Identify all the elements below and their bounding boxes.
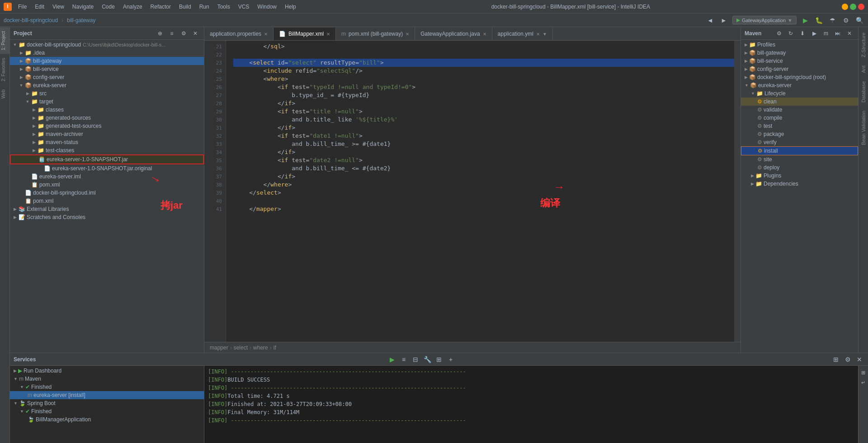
- services-settings-icon[interactable]: ⚙: [843, 354, 853, 364]
- vtab-ant[interactable]: Ant: [859, 62, 868, 77]
- maven-verify[interactable]: ⚙ verify: [741, 138, 858, 146]
- search-button[interactable]: 🔍: [854, 15, 864, 25]
- tree-bill-service[interactable]: ▶ 📦 bill-service: [10, 65, 204, 73]
- tree-springcloud-iml[interactable]: 📄 docker-bill-springcloud.iml: [10, 189, 204, 197]
- services-log[interactable]: [INFO] ---------------------------------…: [204, 366, 858, 443]
- maven-plugins[interactable]: ▶ 📁 Plugins: [741, 172, 858, 180]
- back-button[interactable]: ◄: [705, 15, 715, 25]
- maven-validate[interactable]: ⚙ validate: [741, 106, 858, 114]
- svc-bill-manager-app[interactable]: 🍃 BillManagerApplication: [10, 415, 204, 424]
- project-settings-icon[interactable]: ⊕: [155, 28, 165, 38]
- tree-maven-archiver[interactable]: ▶ 📁 maven-archiver: [10, 130, 204, 138]
- tree-pom-root[interactable]: 📋 pom.xml: [10, 197, 204, 205]
- svc-run-dashboard[interactable]: ▶ ▶ Run Dashboard: [10, 367, 204, 375]
- svc-maven[interactable]: ▼ m Maven: [10, 375, 204, 383]
- maven-skip-icon[interactable]: ⏭: [833, 28, 843, 38]
- services-expand-icon[interactable]: ⊞: [831, 354, 841, 364]
- project-collapse-icon[interactable]: ≡: [167, 28, 177, 38]
- svc-finished-1[interactable]: ▼ ✔ Finished: [10, 383, 204, 391]
- tree-scratches[interactable]: ▶ 📝 Scratches and Consoles: [10, 213, 204, 221]
- tab-pom-gateway[interactable]: m pom.xml (bill-gateway) ✕: [336, 28, 415, 40]
- menu-navigate[interactable]: Navigate: [69, 3, 97, 11]
- menu-view[interactable]: View: [49, 3, 68, 11]
- maven-lifecycle[interactable]: ▼ 📁 Lifecycle: [741, 89, 858, 98]
- maven-settings-icon[interactable]: ⚙: [774, 28, 784, 38]
- code-content[interactable]: </sql> <select id="select" resultType="b…: [226, 41, 734, 342]
- services-list-icon[interactable]: ≡: [399, 354, 409, 364]
- menu-file[interactable]: File: [14, 3, 30, 11]
- tree-generated-sources[interactable]: ▶ 📁 generated-sources: [10, 114, 204, 122]
- services-close-icon[interactable]: ✕: [854, 354, 864, 364]
- menu-help[interactable]: Help: [281, 3, 300, 11]
- svc-eureka-install[interactable]: m eureka-server [install]: [10, 391, 204, 399]
- menu-edit[interactable]: Edit: [31, 3, 48, 11]
- bottom-expand-icon[interactable]: ⊞: [859, 368, 868, 378]
- tab-app-props-close[interactable]: ✕: [264, 32, 268, 37]
- tree-classes[interactable]: ▶ 📁 classes: [10, 106, 204, 114]
- tree-config-server[interactable]: ▶ 📦 config-server: [10, 73, 204, 81]
- tab-app-yml[interactable]: application.yml ✕ ▼: [492, 28, 553, 40]
- services-filter-icon[interactable]: 🔧: [422, 354, 432, 364]
- project-tab[interactable]: 1: Project: [0, 27, 9, 54]
- settings-button[interactable]: ⚙: [841, 15, 851, 25]
- tab-pom-gateway-close[interactable]: ✕: [406, 32, 409, 37]
- tree-maven-status[interactable]: ▶ 📁 maven-status: [10, 138, 204, 146]
- services-collapse-icon[interactable]: ⊟: [410, 354, 420, 364]
- minimize-button[interactable]: [842, 4, 848, 10]
- run-config-selector[interactable]: ▶ GatewayApplication ▼: [732, 16, 797, 24]
- menu-analyze[interactable]: Analyze: [119, 3, 146, 11]
- menu-build[interactable]: Build: [175, 3, 195, 11]
- tree-pom-eureka[interactable]: 📋 pom.xml: [10, 181, 204, 189]
- maven-compile[interactable]: ⚙ compile: [741, 114, 858, 122]
- tab-billmapper-close[interactable]: ✕: [326, 32, 330, 37]
- maven-docker-root[interactable]: ▶ 📦 docker-bill-springcloud (root): [741, 73, 858, 81]
- vtab-database[interactable]: Database: [859, 78, 868, 106]
- maven-deploy[interactable]: ⚙ deploy: [741, 163, 858, 172]
- maven-bill-service[interactable]: ▶ 📦 bill-service: [741, 57, 858, 65]
- maven-dependencies[interactable]: ▶ 📁 Dependencies: [741, 180, 858, 188]
- maven-config-server[interactable]: ▶ 📦 config-server: [741, 65, 858, 73]
- tab-app-yml-close[interactable]: ✕: [536, 32, 540, 37]
- tab-billmapper[interactable]: 📄 BillMapper.xml ✕: [274, 28, 336, 40]
- maven-run-icon[interactable]: ▶: [809, 28, 819, 38]
- menu-run[interactable]: Run: [196, 3, 213, 11]
- tab-application-properties[interactable]: application.properties ✕: [204, 28, 274, 40]
- tree-bill-gateway[interactable]: ▶ 📦 bill-gateway: [10, 57, 204, 65]
- svc-finished-2[interactable]: ▼ ✔ Finished: [10, 407, 204, 415]
- bottom-wrap-icon[interactable]: ↵: [859, 378, 868, 387]
- tree-jar-file[interactable]: 🫙 eureka-server-1.0-SNAPSHOT.jar: [10, 154, 204, 164]
- menu-window[interactable]: Window: [254, 3, 280, 11]
- services-group-icon[interactable]: ⊞: [434, 354, 444, 364]
- project-close-icon[interactable]: ✕: [190, 28, 200, 38]
- editor-scrollbar[interactable]: [734, 41, 741, 342]
- coverage-button[interactable]: ☂: [827, 15, 837, 25]
- maven-debug-icon[interactable]: m: [821, 28, 831, 38]
- tab-app-yml-arrow[interactable]: ▼: [542, 32, 547, 37]
- project-gear-icon[interactable]: ⚙: [179, 28, 189, 38]
- maven-test[interactable]: ⚙ test: [741, 122, 858, 130]
- run-button[interactable]: ▶: [800, 15, 810, 25]
- tree-root[interactable]: ▼ 📁 docker-bill-springcloud C:\Users\lbj…: [10, 41, 204, 49]
- services-add-icon[interactable]: +: [446, 354, 456, 364]
- tree-external-libs[interactable]: ▶ 📚 External Libraries: [10, 205, 204, 213]
- forward-button[interactable]: ►: [719, 15, 729, 25]
- maven-site[interactable]: ⚙ site: [741, 155, 858, 163]
- maven-clean[interactable]: ⚙ clean: [741, 98, 858, 106]
- maven-download-icon[interactable]: ⬇: [797, 28, 807, 38]
- maven-package[interactable]: ⚙ package: [741, 130, 858, 138]
- vtab-bean-validation[interactable]: Bean Validation: [859, 107, 868, 149]
- tree-idea[interactable]: ▶ 📁 .idea: [10, 49, 204, 57]
- menu-tools[interactable]: Tools: [214, 3, 234, 11]
- maven-close-icon[interactable]: ✕: [844, 28, 854, 38]
- maven-bill-gateway[interactable]: ▶ 📦 bill-gateway: [741, 49, 858, 57]
- maven-eureka-server[interactable]: ▼ 📦 eureka-server: [741, 81, 858, 89]
- tree-test-classes[interactable]: ▶ 📁 test-classes: [10, 146, 204, 154]
- services-run-icon[interactable]: ▶: [387, 354, 397, 364]
- menu-code[interactable]: Code: [98, 3, 118, 11]
- tree-eureka-server[interactable]: ▼ 📦 eureka-server: [10, 81, 204, 89]
- tab-gateway-close[interactable]: ✕: [483, 32, 486, 37]
- menu-refactor[interactable]: Refactor: [147, 3, 175, 11]
- menu-vcs[interactable]: VCS: [235, 3, 253, 11]
- web-tab[interactable]: Web: [0, 85, 9, 102]
- maven-refresh-icon[interactable]: ↻: [786, 28, 796, 38]
